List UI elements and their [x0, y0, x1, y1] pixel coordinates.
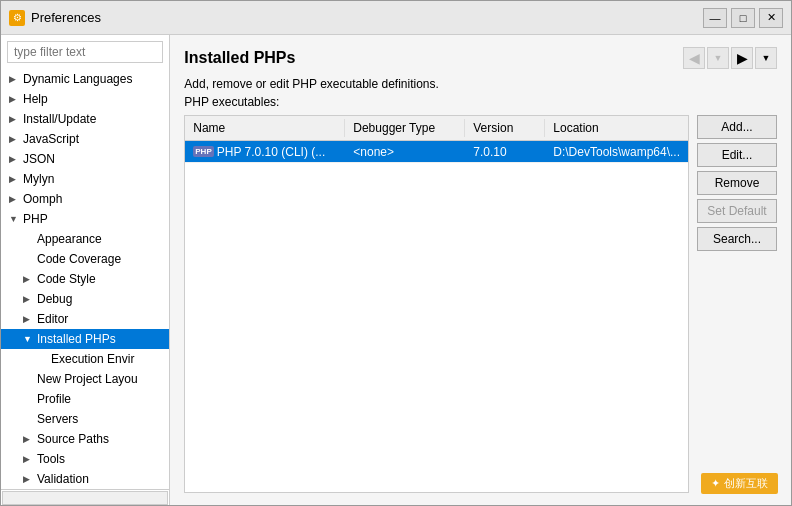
horizontal-scrollbar[interactable] [2, 491, 168, 505]
sidebar-item-install-update[interactable]: ▶Install/Update [1, 109, 169, 129]
panel-sub-label: PHP executables: [184, 95, 777, 109]
tree-label-code-style: Code Style [37, 272, 96, 286]
tree-label-help: Help [23, 92, 48, 106]
tree-label-installed-phps: Installed PHPs [37, 332, 116, 346]
sidebar-item-editor[interactable]: ▶Editor [1, 309, 169, 329]
search-button[interactable]: Search... [697, 227, 777, 251]
php-icon: PHP [193, 146, 213, 157]
tree-label-editor: Editor [37, 312, 68, 326]
col-header-location: Location [545, 119, 688, 137]
window-title: Preferences [31, 10, 703, 25]
cell-name: PHPPHP 7.0.10 (CLI) (... [185, 143, 345, 161]
php-name-text: PHP 7.0.10 (CLI) (... [217, 145, 326, 159]
remove-button[interactable]: Remove [697, 171, 777, 195]
tree-label-javascript: JavaScript [23, 132, 79, 146]
tree-label-code-coverage: Code Coverage [37, 252, 121, 266]
table-header: Name Debugger Type Version Location [185, 116, 688, 141]
tree-arrow-debug: ▶ [23, 294, 37, 304]
tree-arrow-validation: ▶ [23, 474, 37, 484]
minimize-button[interactable]: — [703, 8, 727, 28]
watermark: ✦ 创新互联 [701, 473, 778, 494]
sidebar-item-validation[interactable]: ▶Validation [1, 469, 169, 489]
sidebar-item-php[interactable]: ▼PHP [1, 209, 169, 229]
cell-debugger: <none> [345, 143, 465, 161]
sidebar-item-code-style[interactable]: ▶Code Style [1, 269, 169, 289]
sidebar-bottom [1, 489, 169, 505]
tree-label-appearance: Appearance [37, 232, 102, 246]
cell-location: D:\DevTools\wamp64\... [545, 143, 688, 161]
watermark-text: 创新互联 [724, 476, 768, 491]
sidebar-item-tools[interactable]: ▶Tools [1, 449, 169, 469]
sidebar-item-debug[interactable]: ▶Debug [1, 289, 169, 309]
tree-label-json: JSON [23, 152, 55, 166]
window-controls: — □ ✕ [703, 8, 783, 28]
sidebar-item-dynamic-languages[interactable]: ▶Dynamic Languages [1, 69, 169, 89]
content-area: ▶Dynamic Languages▶Help▶Install/Update▶J… [1, 35, 791, 505]
cell-version: 7.0.10 [465, 143, 545, 161]
tree-label-profile: Profile [37, 392, 71, 406]
tree-label-php: PHP [23, 212, 48, 226]
sidebar-item-execution-envir[interactable]: Execution Envir [1, 349, 169, 369]
tree-arrow-install-update: ▶ [9, 114, 23, 124]
col-header-version: Version [465, 119, 545, 137]
col-header-name: Name [185, 119, 345, 137]
tree-label-validation: Validation [37, 472, 89, 486]
tree-arrow-javascript: ▶ [9, 134, 23, 144]
table-row[interactable]: PHPPHP 7.0.10 (CLI) (...<none>7.0.10D:\D… [185, 141, 688, 163]
sidebar-item-help[interactable]: ▶Help [1, 89, 169, 109]
tree-arrow-source-paths: ▶ [23, 434, 37, 444]
sidebar: ▶Dynamic Languages▶Help▶Install/Update▶J… [1, 35, 170, 505]
tree-label-install-update: Install/Update [23, 112, 96, 126]
tree-label-dynamic-languages: Dynamic Languages [23, 72, 132, 86]
preferences-window: ⚙ Preferences — □ ✕ ▶Dynamic Languages▶H… [0, 0, 792, 506]
sidebar-item-oomph[interactable]: ▶Oomph [1, 189, 169, 209]
sidebar-item-code-coverage[interactable]: Code Coverage [1, 249, 169, 269]
maximize-button[interactable]: □ [731, 8, 755, 28]
sidebar-item-source-paths[interactable]: ▶Source Paths [1, 429, 169, 449]
tree-label-execution-envir: Execution Envir [51, 352, 134, 366]
close-button[interactable]: ✕ [759, 8, 783, 28]
tree-arrow-json: ▶ [9, 154, 23, 164]
back-dropdown-button[interactable]: ▼ [707, 47, 729, 69]
tree-arrow-editor: ▶ [23, 314, 37, 324]
panel-title: Installed PHPs [184, 49, 681, 67]
watermark-icon: ✦ [711, 477, 720, 490]
tree-arrow-help: ▶ [9, 94, 23, 104]
forward-dropdown-button[interactable]: ▼ [755, 47, 777, 69]
tree-arrow-mylyn: ▶ [9, 174, 23, 184]
sidebar-item-profile[interactable]: Profile [1, 389, 169, 409]
tree-area: ▶Dynamic Languages▶Help▶Install/Update▶J… [1, 69, 169, 489]
back-button[interactable]: ◀ [683, 47, 705, 69]
tree-arrow-tools: ▶ [23, 454, 37, 464]
set-default-button[interactable]: Set Default [697, 199, 777, 223]
tree-label-oomph: Oomph [23, 192, 62, 206]
app-icon: ⚙ [9, 10, 25, 26]
panel-description: Add, remove or edit PHP executable defin… [184, 77, 777, 91]
tree-label-new-project-layout: New Project Layou [37, 372, 138, 386]
main-panel: Installed PHPs ◀ ▼ ▶ ▼ Add, remove or ed… [170, 35, 791, 505]
tree-arrow-installed-phps: ▼ [23, 334, 37, 344]
sidebar-item-json[interactable]: ▶JSON [1, 149, 169, 169]
sidebar-item-appearance[interactable]: Appearance [1, 229, 169, 249]
filter-input[interactable] [7, 41, 163, 63]
php-table: Name Debugger Type Version Location PHPP… [184, 115, 689, 493]
sidebar-item-mylyn[interactable]: ▶Mylyn [1, 169, 169, 189]
main-content: Name Debugger Type Version Location PHPP… [184, 115, 777, 493]
tree-arrow-dynamic-languages: ▶ [9, 74, 23, 84]
panel-header: Installed PHPs ◀ ▼ ▶ ▼ [184, 47, 777, 69]
tree-arrow-php: ▼ [9, 214, 23, 224]
edit-button[interactable]: Edit... [697, 143, 777, 167]
table-body: PHPPHP 7.0.10 (CLI) (...<none>7.0.10D:\D… [185, 141, 688, 492]
sidebar-item-installed-phps[interactable]: ▼Installed PHPs [1, 329, 169, 349]
forward-button[interactable]: ▶ [731, 47, 753, 69]
title-bar: ⚙ Preferences — □ ✕ [1, 1, 791, 35]
sidebar-item-javascript[interactable]: ▶JavaScript [1, 129, 169, 149]
sidebar-item-servers[interactable]: Servers [1, 409, 169, 429]
tree-arrow-oomph: ▶ [9, 194, 23, 204]
tree-arrow-code-style: ▶ [23, 274, 37, 284]
tree-label-servers: Servers [37, 412, 78, 426]
sidebar-item-new-project-layout[interactable]: New Project Layou [1, 369, 169, 389]
tree-label-mylyn: Mylyn [23, 172, 54, 186]
tree-label-debug: Debug [37, 292, 72, 306]
add-button[interactable]: Add... [697, 115, 777, 139]
